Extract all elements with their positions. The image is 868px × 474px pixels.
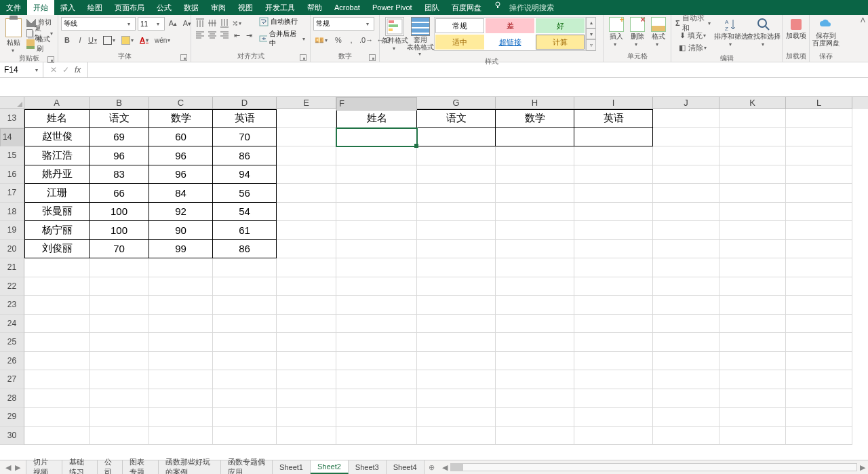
cell-I28[interactable] [574, 389, 653, 408]
cell-L25[interactable] [786, 333, 852, 352]
cell-J16[interactable] [653, 165, 719, 184]
cell-A17[interactable]: 江珊 [24, 184, 90, 203]
cell-A19[interactable]: 杨宁丽 [24, 221, 90, 240]
indent-decrease-button[interactable]: ⇤ [231, 29, 243, 41]
cell-L24[interactable] [786, 315, 852, 334]
cell-C18[interactable]: 92 [149, 203, 213, 222]
cell-J21[interactable] [653, 258, 719, 277]
cell-K27[interactable] [719, 370, 786, 389]
cell-E24[interactable] [277, 315, 336, 334]
cell-G18[interactable] [417, 203, 496, 222]
cell-style-gallery[interactable]: 常规 差 好 适中 超链接 计算 [434, 17, 586, 51]
hscroll-track[interactable] [450, 463, 857, 471]
row-header-13[interactable]: 13 [0, 109, 24, 128]
cell-K24[interactable] [719, 315, 786, 334]
cell-J19[interactable] [653, 221, 719, 240]
cell-H17[interactable] [496, 184, 574, 203]
font-color-button[interactable]: A▾ [138, 34, 153, 46]
cell-A15[interactable]: 骆江浩 [24, 146, 90, 165]
cell-E18[interactable] [277, 203, 336, 222]
cell-E21[interactable] [277, 258, 336, 277]
align-right-button[interactable] [218, 29, 231, 41]
tab-dev[interactable]: 开发工具 [259, 0, 301, 15]
cell-K21[interactable] [719, 258, 786, 277]
cell-L19[interactable] [786, 221, 852, 240]
cell-E20[interactable] [277, 240, 336, 259]
indent-increase-button[interactable]: ⇥ [243, 29, 255, 41]
cell-D28[interactable] [213, 389, 277, 408]
cell-J28[interactable] [653, 389, 719, 408]
cell-D14[interactable]: 70 [213, 128, 277, 147]
cell-I27[interactable] [574, 370, 653, 389]
comma-button[interactable]: , [345, 34, 357, 46]
cell-E25[interactable] [277, 333, 336, 352]
cell-I24[interactable] [574, 315, 653, 334]
cell-L30[interactable] [786, 427, 852, 446]
row-header-18[interactable]: 18 [0, 203, 24, 222]
cell-B20[interactable]: 70 [90, 240, 149, 259]
bold-button[interactable]: B [61, 34, 73, 46]
cell-B23[interactable] [90, 296, 149, 315]
cell-F28[interactable] [336, 389, 417, 408]
dialog-launcher-icon[interactable] [300, 54, 307, 61]
cell-G25[interactable] [417, 333, 496, 352]
column-header-F[interactable]: F [336, 97, 417, 111]
style-bad[interactable]: 差 [486, 18, 534, 33]
select-all-corner[interactable] [0, 97, 24, 109]
cell-L18[interactable] [786, 203, 852, 222]
cell-B21[interactable] [90, 258, 149, 277]
cell-E26[interactable] [277, 352, 336, 371]
row-header-14[interactable]: 14 [0, 128, 24, 147]
cell-J24[interactable] [653, 315, 719, 334]
row-header-23[interactable]: 23 [0, 296, 24, 315]
style-normal[interactable]: 常规 [435, 18, 484, 33]
cell-F19[interactable] [336, 221, 417, 240]
cell-K26[interactable] [719, 352, 786, 371]
cell-K19[interactable] [719, 221, 786, 240]
cell-F27[interactable] [336, 370, 417, 389]
cell-H21[interactable] [496, 258, 574, 277]
cell-G30[interactable] [417, 427, 496, 446]
cell-E28[interactable] [277, 389, 336, 408]
cell-A27[interactable] [24, 370, 90, 389]
add-sheet-button[interactable]: ⊕ [425, 460, 439, 474]
cell-A26[interactable] [24, 352, 90, 371]
orientation-button[interactable]: ⤭▾ [231, 17, 245, 29]
style-neutral[interactable]: 适中 [435, 35, 484, 50]
row-header-16[interactable]: 16 [0, 165, 24, 184]
font-name-select[interactable]: 等线▾ [61, 17, 136, 31]
dialog-launcher-icon[interactable] [47, 56, 54, 63]
cell-L17[interactable] [786, 184, 852, 203]
cell-I17[interactable] [574, 184, 653, 203]
cell-B22[interactable] [90, 277, 149, 296]
cell-D18[interactable]: 54 [213, 203, 277, 222]
tab-layout[interactable]: 页面布局 [108, 0, 151, 15]
cell-H16[interactable] [496, 165, 574, 184]
cell-L22[interactable] [786, 277, 852, 296]
merge-center-button[interactable]: 合并后居中▾ [259, 29, 307, 48]
sheet-tab-图表专题[interactable]: 图表专题 [123, 460, 159, 474]
cell-G29[interactable] [417, 408, 496, 427]
phonetic-button[interactable]: wén▾ [153, 34, 174, 46]
cell-E29[interactable] [277, 408, 336, 427]
cell-J18[interactable] [653, 203, 719, 222]
cell-L21[interactable] [786, 258, 852, 277]
cell-B18[interactable]: 100 [90, 203, 149, 222]
cell-C13[interactable]: 数学 [149, 109, 213, 128]
cell-G19[interactable] [417, 221, 496, 240]
align-top-button[interactable] [194, 17, 206, 29]
cell-C24[interactable] [149, 315, 213, 334]
cell-C14[interactable]: 60 [149, 128, 213, 147]
cell-F17[interactable] [336, 184, 417, 203]
cell-A28[interactable] [24, 389, 90, 408]
cell-I16[interactable] [574, 165, 653, 184]
cell-I21[interactable] [574, 258, 653, 277]
cell-K16[interactable] [719, 165, 786, 184]
cell-C15[interactable]: 96 [149, 146, 213, 165]
cell-B14[interactable]: 69 [90, 128, 149, 147]
row-header-15[interactable]: 15 [0, 146, 24, 165]
tab-team[interactable]: 团队 [418, 0, 446, 15]
cell-G15[interactable] [417, 146, 496, 165]
cell-L26[interactable] [786, 352, 852, 371]
cell-I14[interactable] [574, 128, 653, 147]
